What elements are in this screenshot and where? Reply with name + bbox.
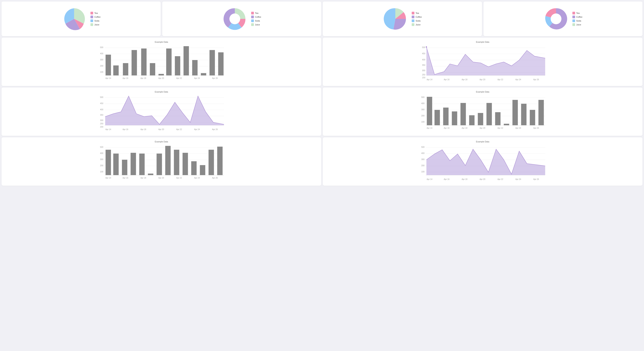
- svg-rect-23: [192, 60, 198, 76]
- svg-rect-18: [150, 63, 155, 76]
- juice-color-2: [251, 23, 254, 26]
- svg-text:Apr 22: Apr 22: [498, 127, 503, 129]
- svg-text:450: 450: [100, 102, 103, 104]
- svg-rect-92: [478, 113, 483, 125]
- svg-point-47: [426, 46, 427, 48]
- soda-label-2: Soda: [255, 20, 260, 22]
- legend-2: Tea Coffee Soda Juice: [251, 12, 261, 26]
- svg-text:500: 500: [100, 146, 103, 148]
- tea-label-2: Tea: [255, 12, 258, 14]
- svg-text:Apr 16: Apr 16: [122, 177, 128, 179]
- svg-text:300: 300: [100, 59, 103, 61]
- svg-point-1: [551, 14, 562, 24]
- legend-item-coffee-4: Coffee: [572, 16, 582, 18]
- legend-1: Tea Coffee Soda Juice: [90, 12, 100, 26]
- svg-text:Apr 22: Apr 22: [176, 77, 182, 79]
- chart-title-6: Example Data: [326, 140, 638, 143]
- svg-text:350: 350: [422, 64, 425, 66]
- legend-item-tea-4: Tea: [572, 12, 582, 14]
- svg-text:Apr 16: Apr 16: [122, 77, 128, 79]
- svg-text:Apr 14: Apr 14: [427, 127, 432, 129]
- coffee-color-3: [412, 16, 414, 18]
- svg-text:150: 150: [422, 76, 425, 79]
- legend-item-coffee-3: Coffee: [412, 16, 422, 18]
- chart-title-4: Example Data: [326, 91, 638, 93]
- legend-item-soda: Soda: [90, 20, 100, 22]
- svg-text:Apr 20: Apr 20: [158, 77, 164, 79]
- svg-text:Apr 26: Apr 26: [533, 78, 539, 81]
- pie-card-3: Tea Coffee Soda Juice: [323, 2, 482, 36]
- svg-text:Apr 22: Apr 22: [176, 128, 182, 130]
- legend-item-coffee: Coffee: [90, 16, 100, 18]
- svg-text:100: 100: [100, 171, 103, 173]
- chart-title-5: Example Data: [6, 140, 318, 143]
- legend-item-tea: Tea: [90, 12, 100, 14]
- svg-rect-86: [427, 97, 432, 125]
- pie-chart-2: [222, 6, 247, 31]
- svg-rect-87: [434, 110, 440, 125]
- svg-text:300: 300: [100, 119, 103, 122]
- svg-text:Apr 14: Apr 14: [427, 78, 432, 81]
- juice-label-2: Juice: [255, 24, 260, 26]
- svg-text:400: 400: [100, 108, 103, 111]
- coffee-color: [90, 16, 93, 18]
- area-chart-3-svg: 500 400 300 200 100 Apr 14 Apr 16 Apr 18…: [326, 144, 638, 183]
- svg-text:Apr 22: Apr 22: [176, 177, 182, 179]
- juice-color-3: [412, 23, 414, 26]
- svg-text:500: 500: [100, 46, 103, 48]
- svg-rect-119: [113, 154, 119, 175]
- svg-rect-121: [131, 153, 136, 175]
- svg-rect-129: [200, 165, 205, 175]
- svg-rect-97: [521, 104, 526, 125]
- svg-rect-22: [184, 46, 189, 76]
- legend-item-juice-4: Juice: [572, 23, 582, 26]
- svg-text:400: 400: [100, 152, 103, 154]
- svg-text:300: 300: [100, 158, 103, 160]
- chart-bar-3: Example Data 500 400 300 200 100: [2, 138, 321, 186]
- soda-color-3: [412, 20, 414, 22]
- svg-rect-130: [209, 150, 214, 175]
- svg-text:Apr 14: Apr 14: [106, 128, 111, 130]
- svg-rect-127: [183, 153, 188, 175]
- svg-text:Apr 26: Apr 26: [533, 127, 539, 129]
- svg-text:400: 400: [422, 59, 425, 61]
- svg-text:200: 200: [421, 164, 424, 167]
- chart-title-3: Example Data: [6, 91, 318, 93]
- legend-item-juice: Juice: [90, 23, 100, 26]
- area-chart-1-svg: 500 450 400 350 300 250 150 Apr 14 Apr 1…: [326, 45, 638, 83]
- svg-text:200: 200: [100, 164, 103, 167]
- svg-text:250: 250: [100, 122, 103, 125]
- svg-rect-131: [217, 147, 223, 175]
- pie-card-1: Tea Coffee Soda Juice: [2, 2, 161, 36]
- svg-text:Apr 18: Apr 18: [462, 127, 468, 129]
- legend-item-soda-2: Soda: [251, 20, 261, 22]
- juice-color: [90, 23, 93, 26]
- svg-text:Apr 18: Apr 18: [140, 128, 146, 130]
- tea-color: [90, 12, 93, 14]
- svg-text:Apr 14: Apr 14: [106, 77, 111, 79]
- svg-text:200: 200: [421, 115, 424, 117]
- pie-chart-1: [62, 6, 86, 31]
- pie-row: Tea Coffee Soda Juice: [2, 2, 642, 36]
- legend-4: Tea Coffee Soda Juice: [572, 12, 582, 26]
- svg-text:400: 400: [421, 152, 424, 154]
- svg-text:Apr 24: Apr 24: [516, 178, 521, 180]
- svg-text:450: 450: [422, 52, 425, 55]
- svg-text:Apr 24: Apr 24: [194, 177, 200, 179]
- svg-text:200: 200: [100, 65, 103, 67]
- svg-text:200: 200: [100, 126, 103, 128]
- pie-card-2: Tea Coffee Soda Juice: [162, 2, 322, 36]
- svg-text:400: 400: [421, 102, 424, 104]
- svg-rect-17: [141, 48, 147, 76]
- svg-rect-99: [538, 100, 544, 125]
- tea-label: Tea: [94, 12, 98, 14]
- svg-rect-16: [132, 50, 137, 76]
- coffee-label-4: Coffee: [576, 16, 582, 18]
- chart-bar-2: Example Data 500 400 300 200 100: [323, 88, 642, 136]
- svg-rect-96: [512, 100, 518, 125]
- coffee-label-3: Coffee: [416, 16, 422, 18]
- chart-title-2: Example Data: [326, 41, 638, 43]
- svg-text:Apr 26: Apr 26: [212, 77, 218, 79]
- svg-rect-13: [106, 55, 111, 76]
- coffee-color-4: [572, 16, 575, 18]
